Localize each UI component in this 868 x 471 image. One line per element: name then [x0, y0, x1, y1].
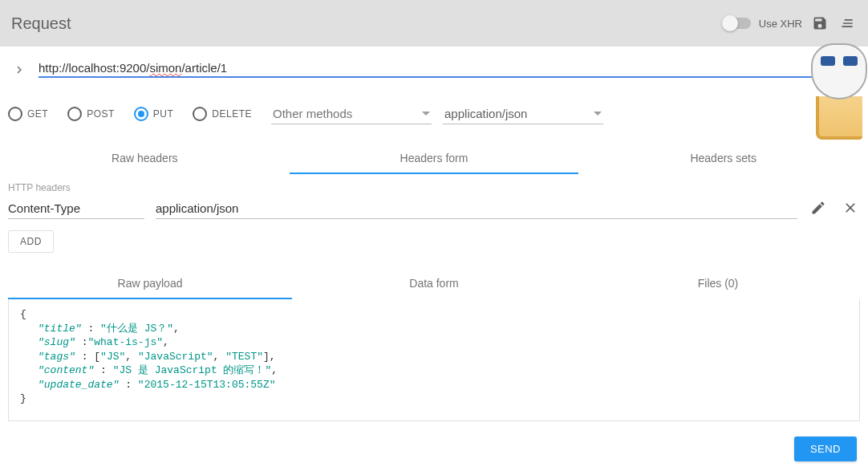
- method-label-put: PUT: [153, 108, 174, 120]
- chevron-down-icon: [594, 112, 602, 116]
- payload-tabs: Raw payload Data form Files (0): [0, 267, 868, 299]
- method-label-delete: DELETE: [212, 108, 252, 120]
- raw-payload-editor[interactable]: { "title" : "什么是 JS？", "slug" :"what-is-…: [8, 299, 860, 421]
- url-input-wrap[interactable]: http://localhost:9200/simon/article/1: [39, 61, 857, 78]
- header-tabs: Raw headers Headers form Headers sets: [0, 142, 868, 174]
- topbar: Request Use XHR: [0, 0, 868, 47]
- method-label-post: POST: [87, 108, 115, 120]
- tab-data-form[interactable]: Data form: [292, 267, 576, 299]
- content-type-select[interactable]: application/json: [443, 104, 603, 124]
- header-row: [0, 198, 868, 219]
- edit-icon[interactable]: [809, 198, 828, 217]
- tab-headers-sets[interactable]: Headers sets: [578, 142, 868, 174]
- use-xhr-label: Use XHR: [759, 18, 802, 30]
- url-row: http://localhost:9200/simon/article/1: [0, 47, 868, 83]
- tab-headers-form[interactable]: Headers form: [290, 142, 579, 174]
- http-headers-label: HTTP headers: [0, 174, 868, 198]
- method-radio-get[interactable]: GET: [8, 107, 48, 121]
- tab-raw-headers[interactable]: Raw headers: [0, 142, 290, 174]
- tab-files[interactable]: Files (0): [576, 267, 860, 299]
- header-name-field[interactable]: [8, 198, 144, 219]
- close-icon[interactable]: [841, 198, 860, 217]
- save-icon[interactable]: [810, 14, 829, 33]
- chevron-down-icon: [422, 112, 430, 116]
- use-xhr-toggle[interactable]: [724, 18, 751, 29]
- url-input[interactable]: http://localhost:9200/simon/article/1: [39, 61, 227, 75]
- method-radio-post[interactable]: POST: [67, 107, 115, 121]
- tab-raw-payload[interactable]: Raw payload: [8, 267, 292, 299]
- more-icon[interactable]: [838, 14, 857, 33]
- chevron-right-icon[interactable]: [11, 63, 27, 77]
- send-button[interactable]: SEND: [794, 436, 857, 461]
- method-radio-delete[interactable]: DELETE: [193, 107, 252, 121]
- other-methods-select[interactable]: Other methods: [271, 104, 432, 124]
- topbar-actions: Use XHR: [724, 14, 857, 33]
- add-header-button[interactable]: ADD: [8, 230, 54, 253]
- method-row: GET POST PUT DELETE Other methods applic…: [0, 83, 868, 132]
- page-title: Request: [11, 14, 71, 33]
- method-label-get: GET: [27, 108, 48, 120]
- header-value-field[interactable]: [156, 198, 797, 219]
- method-radio-put[interactable]: PUT: [134, 107, 174, 121]
